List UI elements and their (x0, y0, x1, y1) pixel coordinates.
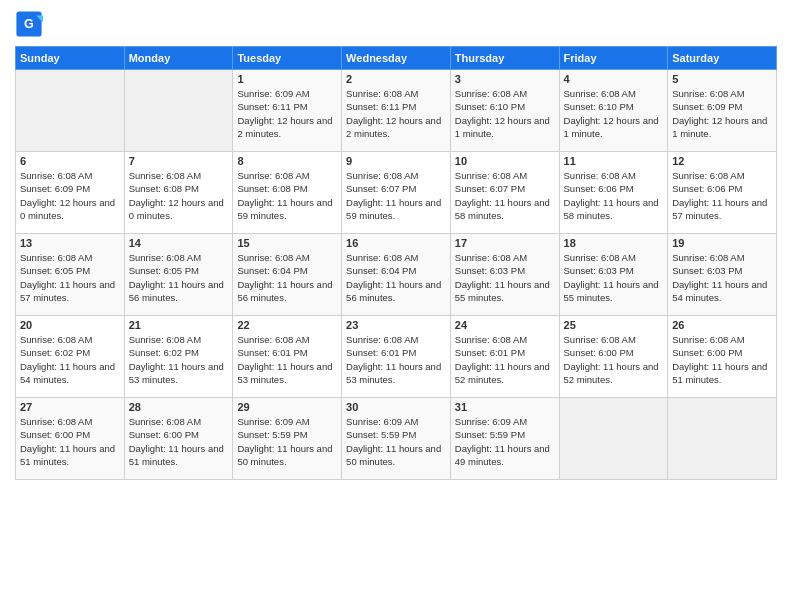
day-number: 3 (455, 73, 555, 85)
day-info: Sunrise: 6:08 AMSunset: 6:09 PMDaylight:… (20, 169, 120, 222)
day-number: 4 (564, 73, 664, 85)
day-info: Sunrise: 6:08 AMSunset: 6:01 PMDaylight:… (237, 333, 337, 386)
day-info: Sunrise: 6:08 AMSunset: 6:00 PMDaylight:… (672, 333, 772, 386)
day-number: 13 (20, 237, 120, 249)
day-cell: 14Sunrise: 6:08 AMSunset: 6:05 PMDayligh… (124, 234, 233, 316)
header-friday: Friday (559, 47, 668, 70)
day-info: Sunrise: 6:08 AMSunset: 6:07 PMDaylight:… (455, 169, 555, 222)
day-cell: 26Sunrise: 6:08 AMSunset: 6:00 PMDayligh… (668, 316, 777, 398)
header: G (15, 10, 777, 38)
day-info: Sunrise: 6:08 AMSunset: 6:02 PMDaylight:… (129, 333, 229, 386)
day-info: Sunrise: 6:08 AMSunset: 6:04 PMDaylight:… (237, 251, 337, 304)
day-cell: 31Sunrise: 6:09 AMSunset: 5:59 PMDayligh… (450, 398, 559, 480)
day-info: Sunrise: 6:08 AMSunset: 6:02 PMDaylight:… (20, 333, 120, 386)
day-number: 20 (20, 319, 120, 331)
day-info: Sunrise: 6:08 AMSunset: 6:00 PMDaylight:… (20, 415, 120, 468)
day-cell: 20Sunrise: 6:08 AMSunset: 6:02 PMDayligh… (16, 316, 125, 398)
day-number: 17 (455, 237, 555, 249)
day-info: Sunrise: 6:08 AMSunset: 6:03 PMDaylight:… (455, 251, 555, 304)
day-info: Sunrise: 6:08 AMSunset: 6:07 PMDaylight:… (346, 169, 446, 222)
day-cell: 9Sunrise: 6:08 AMSunset: 6:07 PMDaylight… (342, 152, 451, 234)
day-cell (668, 398, 777, 480)
day-cell: 18Sunrise: 6:08 AMSunset: 6:03 PMDayligh… (559, 234, 668, 316)
day-number: 16 (346, 237, 446, 249)
day-cell: 2Sunrise: 6:08 AMSunset: 6:11 PMDaylight… (342, 70, 451, 152)
svg-text:G: G (24, 17, 34, 31)
week-row-5: 27Sunrise: 6:08 AMSunset: 6:00 PMDayligh… (16, 398, 777, 480)
day-number: 12 (672, 155, 772, 167)
day-info: Sunrise: 6:08 AMSunset: 6:08 PMDaylight:… (237, 169, 337, 222)
day-cell: 6Sunrise: 6:08 AMSunset: 6:09 PMDaylight… (16, 152, 125, 234)
day-number: 15 (237, 237, 337, 249)
day-number: 1 (237, 73, 337, 85)
day-number: 29 (237, 401, 337, 413)
day-info: Sunrise: 6:08 AMSunset: 6:10 PMDaylight:… (455, 87, 555, 140)
day-cell: 27Sunrise: 6:08 AMSunset: 6:00 PMDayligh… (16, 398, 125, 480)
day-info: Sunrise: 6:08 AMSunset: 6:05 PMDaylight:… (129, 251, 229, 304)
day-cell: 3Sunrise: 6:08 AMSunset: 6:10 PMDaylight… (450, 70, 559, 152)
day-info: Sunrise: 6:08 AMSunset: 6:01 PMDaylight:… (346, 333, 446, 386)
day-number: 5 (672, 73, 772, 85)
day-cell (16, 70, 125, 152)
day-info: Sunrise: 6:09 AMSunset: 6:11 PMDaylight:… (237, 87, 337, 140)
day-cell: 15Sunrise: 6:08 AMSunset: 6:04 PMDayligh… (233, 234, 342, 316)
day-number: 25 (564, 319, 664, 331)
day-info: Sunrise: 6:08 AMSunset: 6:03 PMDaylight:… (564, 251, 664, 304)
day-number: 24 (455, 319, 555, 331)
day-cell (559, 398, 668, 480)
day-cell: 11Sunrise: 6:08 AMSunset: 6:06 PMDayligh… (559, 152, 668, 234)
day-cell: 4Sunrise: 6:08 AMSunset: 6:10 PMDaylight… (559, 70, 668, 152)
day-info: Sunrise: 6:08 AMSunset: 6:09 PMDaylight:… (672, 87, 772, 140)
logo: G (15, 10, 45, 38)
day-cell: 5Sunrise: 6:08 AMSunset: 6:09 PMDaylight… (668, 70, 777, 152)
day-number: 31 (455, 401, 555, 413)
day-info: Sunrise: 6:08 AMSunset: 6:00 PMDaylight:… (129, 415, 229, 468)
week-row-1: 1Sunrise: 6:09 AMSunset: 6:11 PMDaylight… (16, 70, 777, 152)
day-number: 18 (564, 237, 664, 249)
day-number: 9 (346, 155, 446, 167)
day-cell: 16Sunrise: 6:08 AMSunset: 6:04 PMDayligh… (342, 234, 451, 316)
day-cell: 10Sunrise: 6:08 AMSunset: 6:07 PMDayligh… (450, 152, 559, 234)
day-number: 27 (20, 401, 120, 413)
day-cell (124, 70, 233, 152)
day-info: Sunrise: 6:09 AMSunset: 5:59 PMDaylight:… (455, 415, 555, 468)
day-number: 28 (129, 401, 229, 413)
day-number: 21 (129, 319, 229, 331)
header-wednesday: Wednesday (342, 47, 451, 70)
day-cell: 30Sunrise: 6:09 AMSunset: 5:59 PMDayligh… (342, 398, 451, 480)
day-cell: 19Sunrise: 6:08 AMSunset: 6:03 PMDayligh… (668, 234, 777, 316)
header-sunday: Sunday (16, 47, 125, 70)
day-cell: 7Sunrise: 6:08 AMSunset: 6:08 PMDaylight… (124, 152, 233, 234)
day-number: 11 (564, 155, 664, 167)
calendar-table: SundayMondayTuesdayWednesdayThursdayFrid… (15, 46, 777, 480)
day-number: 30 (346, 401, 446, 413)
day-cell: 12Sunrise: 6:08 AMSunset: 6:06 PMDayligh… (668, 152, 777, 234)
day-cell: 28Sunrise: 6:08 AMSunset: 6:00 PMDayligh… (124, 398, 233, 480)
day-cell: 22Sunrise: 6:08 AMSunset: 6:01 PMDayligh… (233, 316, 342, 398)
day-info: Sunrise: 6:08 AMSunset: 6:05 PMDaylight:… (20, 251, 120, 304)
day-info: Sunrise: 6:08 AMSunset: 6:06 PMDaylight:… (564, 169, 664, 222)
day-info: Sunrise: 6:08 AMSunset: 6:11 PMDaylight:… (346, 87, 446, 140)
day-info: Sunrise: 6:09 AMSunset: 5:59 PMDaylight:… (237, 415, 337, 468)
day-info: Sunrise: 6:08 AMSunset: 6:10 PMDaylight:… (564, 87, 664, 140)
header-tuesday: Tuesday (233, 47, 342, 70)
day-info: Sunrise: 6:08 AMSunset: 6:06 PMDaylight:… (672, 169, 772, 222)
day-number: 26 (672, 319, 772, 331)
day-info: Sunrise: 6:08 AMSunset: 6:08 PMDaylight:… (129, 169, 229, 222)
day-number: 22 (237, 319, 337, 331)
week-row-4: 20Sunrise: 6:08 AMSunset: 6:02 PMDayligh… (16, 316, 777, 398)
day-number: 2 (346, 73, 446, 85)
day-cell: 23Sunrise: 6:08 AMSunset: 6:01 PMDayligh… (342, 316, 451, 398)
day-number: 7 (129, 155, 229, 167)
day-number: 10 (455, 155, 555, 167)
header-saturday: Saturday (668, 47, 777, 70)
day-cell: 1Sunrise: 6:09 AMSunset: 6:11 PMDaylight… (233, 70, 342, 152)
day-cell: 17Sunrise: 6:08 AMSunset: 6:03 PMDayligh… (450, 234, 559, 316)
day-info: Sunrise: 6:08 AMSunset: 6:00 PMDaylight:… (564, 333, 664, 386)
day-info: Sunrise: 6:08 AMSunset: 6:03 PMDaylight:… (672, 251, 772, 304)
day-info: Sunrise: 6:08 AMSunset: 6:04 PMDaylight:… (346, 251, 446, 304)
logo-icon: G (15, 10, 43, 38)
header-row: SundayMondayTuesdayWednesdayThursdayFrid… (16, 47, 777, 70)
week-row-3: 13Sunrise: 6:08 AMSunset: 6:05 PMDayligh… (16, 234, 777, 316)
week-row-2: 6Sunrise: 6:08 AMSunset: 6:09 PMDaylight… (16, 152, 777, 234)
